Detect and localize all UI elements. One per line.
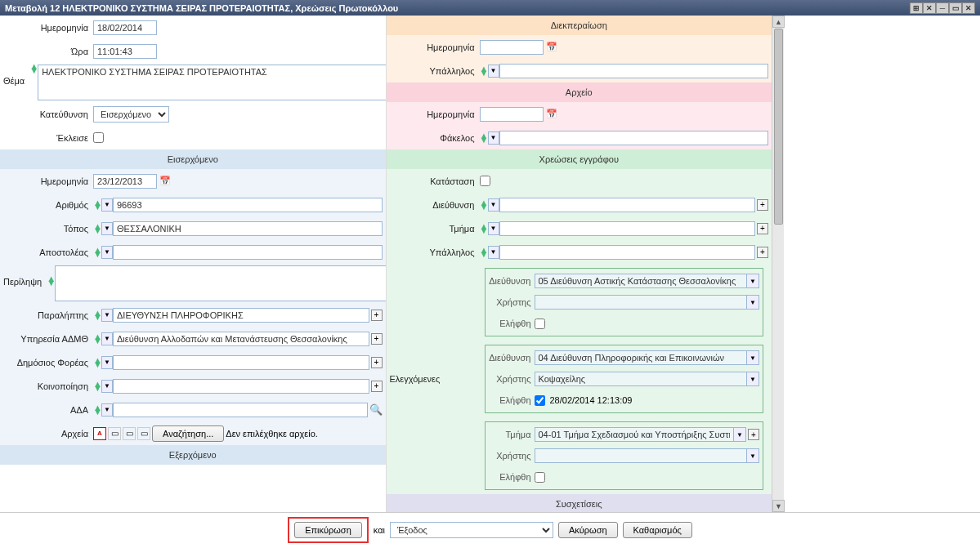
status-label: Κατάσταση (390, 176, 480, 186)
charges-employee-dropdown-icon[interactable]: ▼ (488, 246, 499, 259)
window-pin-icon[interactable]: ⊞ (910, 2, 923, 14)
window-cross-icon[interactable]: ✕ (923, 2, 936, 14)
box1-dir-dropdown-icon[interactable]: ▼ (746, 274, 759, 288)
ada-updown-icon[interactable]: ▲▼ (93, 406, 101, 414)
in-date-input[interactable] (93, 174, 157, 189)
processing-employee-dropdown-icon[interactable]: ▼ (488, 65, 499, 78)
charges-direction-add-icon[interactable]: + (757, 199, 768, 211)
place-dropdown-icon[interactable]: ▼ (101, 222, 113, 235)
box3-user-input[interactable] (535, 448, 748, 463)
number-updown-icon[interactable]: ▲▼ (93, 201, 101, 209)
archive-date-input[interactable] (480, 107, 544, 122)
closed-checkbox[interactable] (93, 132, 104, 143)
public-dropdown-icon[interactable]: ▼ (101, 356, 113, 369)
recipient-dropdown-icon[interactable]: ▼ (101, 309, 113, 322)
window-maximize-icon[interactable]: ▭ (949, 2, 962, 14)
recipient-input[interactable] (113, 308, 369, 323)
ada-dropdown-icon[interactable]: ▼ (101, 403, 113, 417)
folder-dropdown-icon[interactable]: ▼ (488, 131, 499, 145)
validate-button[interactable]: Επικύρωση (294, 522, 362, 538)
search-icon[interactable]: 🔍 (369, 403, 383, 416)
box2-user-input[interactable] (535, 372, 748, 386)
notify-input[interactable] (113, 379, 369, 394)
charges-employee-updown-icon[interactable]: ▲▼ (480, 248, 488, 256)
cancel-button[interactable]: Ακύρωση (558, 522, 618, 538)
charges-direction-input[interactable] (499, 198, 756, 212)
processing-employee-input[interactable] (499, 64, 769, 78)
charges-direction-dropdown-icon[interactable]: ▼ (488, 198, 499, 212)
processing-date-input[interactable] (480, 40, 544, 55)
closed-label: Έκλεισε (3, 133, 93, 143)
search-file-button[interactable]: Αναζήτηση... (152, 425, 224, 442)
charges-employee-add-icon[interactable]: + (757, 247, 768, 258)
summary-updown-icon[interactable]: ▲▼ (47, 265, 55, 285)
file-icon-1[interactable]: ▭ (108, 427, 121, 440)
charges-direction-updown-icon[interactable]: ▲▼ (480, 201, 488, 209)
status-checkbox[interactable] (480, 176, 490, 186)
charges-dept-add-icon[interactable]: + (757, 223, 768, 234)
box1-user-dropdown-icon[interactable]: ▼ (746, 295, 759, 310)
processing-employee-updown-icon[interactable]: ▲▼ (480, 67, 488, 75)
box2-dir-input[interactable] (535, 350, 748, 365)
number-input[interactable] (113, 198, 383, 212)
date-input[interactable] (93, 20, 157, 35)
box3-dept-input[interactable] (535, 427, 735, 442)
window-close-icon[interactable]: ✕ (962, 2, 975, 14)
sender-input[interactable] (113, 245, 383, 260)
public-updown-icon[interactable]: ▲▼ (93, 359, 101, 367)
place-input[interactable] (113, 221, 383, 236)
charges-dept-input[interactable] (499, 221, 756, 236)
service-add-icon[interactable]: + (371, 333, 383, 345)
charges-employee-input[interactable] (499, 245, 756, 260)
scroll-up-icon[interactable]: ▲ (772, 16, 785, 28)
recipient-updown-icon[interactable]: ▲▼ (93, 311, 101, 319)
vertical-scrollbar[interactable]: ▲ ▼ (772, 16, 784, 512)
notify-dropdown-icon[interactable]: ▼ (101, 380, 113, 393)
time-input[interactable] (93, 44, 157, 59)
subject-input[interactable]: ΗΛΕΚΤΡΟΝΙΚΟ ΣΥΣΤΗΜΑ ΣΕΙΡΑΣ ΠΡΟΤΕΡΑΙΟΤΗΤΑ… (38, 65, 386, 100)
file-icon-2[interactable]: ▭ (123, 427, 136, 440)
window-minimize-icon[interactable]: ─ (936, 2, 949, 14)
box2-user-dropdown-icon[interactable]: ▼ (746, 372, 759, 386)
box2-received-checkbox[interactable] (535, 395, 545, 406)
sender-dropdown-icon[interactable]: ▼ (101, 246, 113, 259)
box1-dir-input[interactable] (535, 274, 748, 288)
direction-label: Κατεύθυνση (3, 109, 93, 119)
service-dropdown-icon[interactable]: ▼ (101, 332, 113, 345)
clear-button[interactable]: Καθαρισμός (623, 522, 692, 538)
calendar-icon[interactable]: 📅 (545, 41, 558, 54)
summary-input[interactable] (55, 265, 386, 301)
service-input[interactable] (113, 332, 369, 346)
exit-select[interactable]: Έξοδος (390, 522, 553, 538)
number-dropdown-icon[interactable]: ▼ (101, 198, 113, 212)
direction-select[interactable]: Εισερχόμενο (93, 106, 169, 123)
calendar-icon[interactable]: 📅 (545, 108, 558, 121)
ada-input[interactable] (113, 403, 368, 417)
charges-dept-updown-icon[interactable]: ▲▼ (480, 225, 488, 233)
public-add-icon[interactable]: + (371, 357, 383, 368)
folder-updown-icon[interactable]: ▲▼ (480, 134, 488, 142)
scroll-down-icon[interactable]: ▼ (772, 500, 785, 512)
box3-user-dropdown-icon[interactable]: ▼ (746, 448, 759, 463)
box3-dept-dropdown-icon[interactable]: ▼ (733, 427, 746, 442)
box1-user-input[interactable] (535, 295, 748, 310)
notify-add-icon[interactable]: + (371, 381, 383, 392)
recipient-add-icon[interactable]: + (371, 310, 383, 321)
box1-received-checkbox[interactable] (535, 319, 545, 329)
box3-received-checkbox[interactable] (535, 472, 545, 483)
calendar-icon[interactable]: 📅 (159, 175, 172, 188)
scroll-thumb[interactable] (774, 29, 783, 225)
folder-input[interactable] (499, 131, 769, 145)
pdf-icon[interactable]: A (93, 427, 106, 440)
folder-label: Φάκελος (390, 133, 480, 143)
file-icon-3[interactable]: ▭ (137, 427, 150, 440)
subject-updown-icon[interactable]: ▲▼ (29, 65, 38, 73)
public-input[interactable] (113, 355, 369, 370)
place-updown-icon[interactable]: ▲▼ (93, 225, 101, 233)
box2-dir-dropdown-icon[interactable]: ▼ (746, 350, 759, 365)
notify-updown-icon[interactable]: ▲▼ (93, 382, 101, 390)
service-updown-icon[interactable]: ▲▼ (93, 335, 101, 343)
charges-dept-dropdown-icon[interactable]: ▼ (488, 222, 499, 235)
sender-updown-icon[interactable]: ▲▼ (93, 248, 101, 256)
box3-dept-add-icon[interactable]: + (748, 429, 759, 440)
